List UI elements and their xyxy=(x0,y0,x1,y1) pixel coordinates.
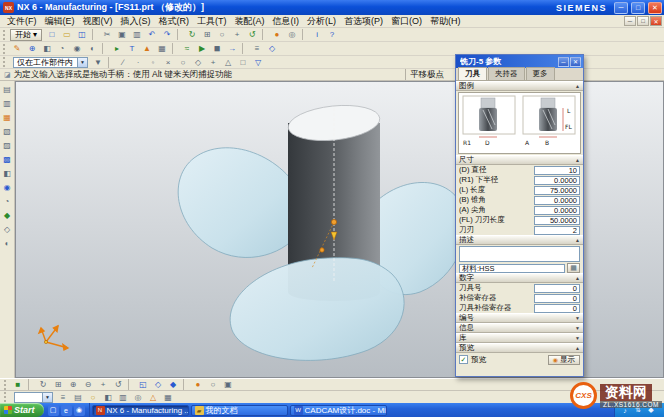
copy-icon[interactable]: ▣ xyxy=(115,29,129,41)
create-method-icon[interactable]: ▦ xyxy=(155,43,169,55)
field-lower-radius[interactable]: 0.0000 xyxy=(534,176,580,185)
section-library[interactable]: 库 ▼ xyxy=(456,333,583,343)
mdi-close-button[interactable]: ✕ xyxy=(650,16,662,26)
part-navigator-icon[interactable]: ▦ xyxy=(1,111,13,123)
snap-midpoint-icon[interactable]: · xyxy=(131,56,145,68)
hd3d-tools-icon[interactable]: ◧ xyxy=(1,167,13,179)
lights-icon[interactable]: ○ xyxy=(86,391,100,403)
snap-existing-point-icon[interactable]: + xyxy=(206,56,220,68)
isometric-view-icon[interactable]: ◆ xyxy=(166,379,180,391)
reuse-library-icon[interactable]: ▩ xyxy=(1,153,13,165)
toolbar-grip[interactable] xyxy=(3,57,7,67)
redo-icon[interactable]: ↷ xyxy=(160,29,174,41)
new-part-icon[interactable]: □ xyxy=(45,29,59,41)
browser-icon[interactable]: e xyxy=(61,405,72,416)
render-style-icon[interactable]: ≡ xyxy=(56,391,70,403)
snap-arc-center-icon[interactable]: ○ xyxy=(176,56,190,68)
verify-toolpath-icon[interactable]: ▶ xyxy=(195,43,209,55)
field-cutcom-register[interactable]: 0 xyxy=(534,304,580,313)
tab-more[interactable]: 更多 xyxy=(526,67,555,80)
create-program-icon[interactable]: ▸ xyxy=(110,43,124,55)
section-description[interactable]: 描述 ▲ xyxy=(456,235,583,245)
media-player-icon[interactable]: ◉ xyxy=(74,405,85,416)
refresh-icon[interactable]: ↻ xyxy=(36,379,50,391)
preview-checkbox[interactable]: ✓ xyxy=(459,355,468,364)
datum-csys-icon[interactable]: ⊕ xyxy=(25,43,39,55)
undo-icon[interactable]: ↶ xyxy=(145,29,159,41)
snap-control-point-icon[interactable]: ◦ xyxy=(146,56,160,68)
zoom-icon[interactable]: ○ xyxy=(215,29,229,41)
separator[interactable] xyxy=(28,379,33,390)
menu-tools[interactable]: 工具(T) xyxy=(193,16,231,26)
menu-help[interactable]: 帮助(H) xyxy=(426,16,465,26)
menu-window[interactable]: 窗口(O) xyxy=(387,16,426,26)
task-word-doc[interactable]: W CADCAM设计.doc - Mi... xyxy=(290,405,387,416)
machining-environment-icon[interactable]: ◇ xyxy=(265,43,279,55)
operation-navigator-icon[interactable]: ≡ xyxy=(250,43,264,55)
close-button[interactable]: ✕ xyxy=(648,2,662,14)
task-nx[interactable]: N NX 6 - Manufacturing ... xyxy=(92,405,189,416)
post-process-icon[interactable]: → xyxy=(225,43,239,55)
paste-icon[interactable]: ▥ xyxy=(130,29,144,41)
show-desktop-icon[interactable]: ▢ xyxy=(48,405,59,416)
assembly-navigator-icon[interactable]: ▤ xyxy=(1,83,13,95)
open-icon[interactable]: ▭ xyxy=(60,29,74,41)
toolbar-grip[interactable] xyxy=(4,392,8,402)
save-icon[interactable]: ◫ xyxy=(75,29,89,41)
grid-icon[interactable]: ▦ xyxy=(161,391,175,403)
separator[interactable] xyxy=(183,379,188,390)
process-studio-icon[interactable]: ◆ xyxy=(1,209,13,221)
information-icon[interactable]: i xyxy=(310,29,324,41)
selection-scope-combo[interactable]: 仅在工作部件内 ▼ xyxy=(13,57,88,68)
fit-view-icon[interactable]: ⊞ xyxy=(51,379,65,391)
edge-blend-icon[interactable]: ◖ xyxy=(85,43,99,55)
zoom-in-icon[interactable]: ⊕ xyxy=(66,379,80,391)
help-icon[interactable]: ? xyxy=(325,29,339,41)
rotate-icon[interactable]: ↺ xyxy=(245,29,259,41)
cut-icon[interactable]: ✂ xyxy=(100,29,114,41)
layer-settings-icon[interactable]: ▥ xyxy=(116,391,130,403)
menu-file[interactable]: 文件(F) xyxy=(3,16,41,26)
drag-handle[interactable] xyxy=(320,248,324,252)
snap-endpoint-icon[interactable]: ∕ xyxy=(116,56,130,68)
separator[interactable] xyxy=(302,29,307,40)
menu-view[interactable]: 视图(V) xyxy=(79,16,117,26)
blade-bottom[interactable] xyxy=(230,258,404,361)
mdi-minimize-button[interactable]: ─ xyxy=(624,16,636,26)
manufacturing-wizards-icon[interactable]: ◇ xyxy=(1,223,13,235)
menu-assemblies[interactable]: 装配(A) xyxy=(231,16,269,26)
extrude-icon[interactable]: ◧ xyxy=(40,43,54,55)
constraint-navigator-icon[interactable]: ▥ xyxy=(1,97,13,109)
separator[interactable] xyxy=(262,29,267,40)
create-geometry-icon[interactable]: ▲ xyxy=(140,43,154,55)
roles-icon[interactable]: ◐ xyxy=(1,237,13,249)
rotate-icon[interactable]: ↺ xyxy=(111,379,125,391)
field-taper-angle[interactable]: 0.0000 xyxy=(534,196,580,205)
section-numbers[interactable]: 数字 ▲ xyxy=(456,273,583,283)
minimize-button[interactable]: ─ xyxy=(614,2,628,14)
pan-icon[interactable]: + xyxy=(230,29,244,41)
menu-preferences[interactable]: 首选项(P) xyxy=(340,16,387,26)
background-icon[interactable]: ▤ xyxy=(71,391,85,403)
mdi-restore-button[interactable]: □ xyxy=(637,16,649,26)
fit-view-icon[interactable]: ⊞ xyxy=(200,29,214,41)
wcs-display-icon[interactable]: △ xyxy=(146,391,160,403)
snap-point-on-face-icon[interactable]: □ xyxy=(236,56,250,68)
field-flutes[interactable]: 2 xyxy=(534,226,580,235)
shaded-view-icon[interactable]: ● xyxy=(270,29,284,41)
hole-icon[interactable]: ◉ xyxy=(70,43,84,55)
windows-start-button[interactable]: Start xyxy=(0,403,44,417)
section-preview[interactable]: 预览 ▲ xyxy=(456,343,583,353)
pan-icon[interactable]: + xyxy=(96,379,110,391)
field-tool-number[interactable]: 0 xyxy=(534,284,580,293)
section-numbering[interactable]: 编号 ▼ xyxy=(456,313,583,323)
refresh-icon[interactable]: ↻ xyxy=(185,29,199,41)
wcs-triad[interactable] xyxy=(39,326,68,350)
description-textbox[interactable] xyxy=(459,246,580,262)
drag-handle[interactable] xyxy=(331,219,336,224)
separator[interactable] xyxy=(177,29,182,40)
show-hide-icon[interactable]: ◎ xyxy=(131,391,145,403)
operation-navigator-icon[interactable]: ▧ xyxy=(1,125,13,137)
display-button[interactable]: ◉ 显示 xyxy=(548,355,580,365)
section-information[interactable]: 信息 ▼ xyxy=(456,323,583,333)
